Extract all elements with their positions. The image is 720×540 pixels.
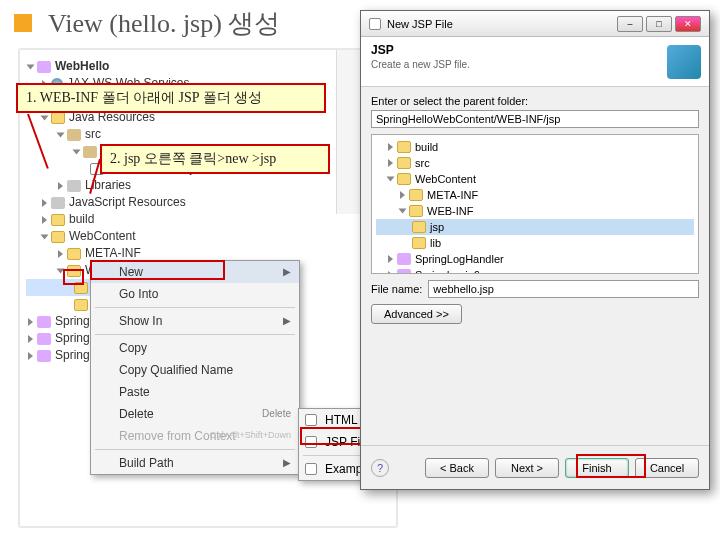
- tree-item[interactable]: Libraries: [26, 177, 260, 194]
- dialog-titlebar[interactable]: New JSP File – □ ✕: [361, 11, 709, 37]
- banner-title: JSP: [371, 43, 699, 57]
- tree-item[interactable]: build: [26, 211, 260, 228]
- finish-button[interactable]: Finish: [565, 458, 629, 478]
- menu-copy[interactable]: Copy: [91, 337, 299, 359]
- folder-tree[interactable]: build src WebContent META-INF WEB-INF js…: [371, 134, 699, 274]
- menu-show-in[interactable]: Show In▶: [91, 310, 299, 332]
- maximize-button[interactable]: □: [646, 16, 672, 32]
- new-jsp-dialog: New JSP File – □ ✕ JSP Create a new JSP …: [360, 10, 710, 490]
- slide-title: View (hello. jsp) 생성: [48, 6, 280, 41]
- next-button[interactable]: Next >: [495, 458, 559, 478]
- filename-input[interactable]: [428, 280, 699, 298]
- help-button[interactable]: ?: [371, 459, 389, 477]
- parent-folder-label: Enter or select the parent folder:: [371, 95, 699, 107]
- menu-copy-qn[interactable]: Copy Qualified Name: [91, 359, 299, 381]
- menu-delete[interactable]: DeleteDelete: [91, 403, 299, 425]
- banner-subtitle: Create a new JSP file.: [371, 59, 699, 70]
- context-menu: New▶ Go Into Show In▶ Copy Copy Qualifie…: [90, 260, 300, 475]
- minimize-button[interactable]: –: [617, 16, 643, 32]
- menu-build-path[interactable]: Build Path▶: [91, 452, 299, 474]
- dialog-banner: JSP Create a new JSP file.: [361, 37, 709, 87]
- tree-item[interactable]: src: [26, 126, 260, 143]
- parent-folder-input[interactable]: [371, 110, 699, 128]
- callout-2: 2. jsp 오른쪽 클릭>new >jsp: [100, 144, 330, 174]
- tree-item[interactable]: JavaScript Resources: [26, 194, 260, 211]
- banner-icon: [667, 45, 701, 79]
- menu-go-into[interactable]: Go Into: [91, 283, 299, 305]
- project-name: WebHello: [55, 58, 109, 75]
- menu-remove-context: Remove from ContextCtrl+Alt+Shift+Down: [91, 425, 299, 447]
- callout-1: 1. WEB-INF 폴더 아래에 JSP 폴더 생성: [16, 83, 326, 113]
- menu-new[interactable]: New▶: [91, 261, 299, 283]
- filename-label: File name:: [371, 283, 422, 295]
- slide-bullet: [14, 14, 32, 32]
- dialog-title: New JSP File: [387, 18, 453, 30]
- close-button[interactable]: ✕: [675, 16, 701, 32]
- cancel-button[interactable]: Cancel: [635, 458, 699, 478]
- back-button[interactable]: < Back: [425, 458, 489, 478]
- menu-paste[interactable]: Paste: [91, 381, 299, 403]
- tree-item[interactable]: WebContent: [26, 228, 260, 245]
- advanced-button[interactable]: Advanced >>: [371, 304, 462, 324]
